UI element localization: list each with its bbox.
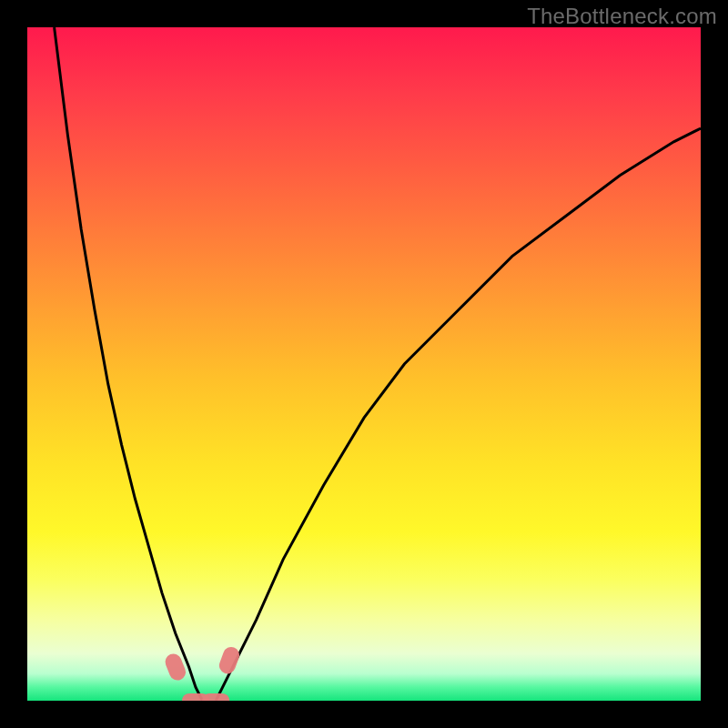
- plot-area: [27, 27, 701, 701]
- curves-layer: [27, 27, 701, 701]
- curve-left-branch: [55, 27, 203, 701]
- curve-right-branch: [216, 128, 701, 701]
- bottom-marker-2: [202, 693, 229, 701]
- watermark-text: TheBottleneck.com: [527, 4, 717, 29]
- markers-group: [163, 644, 242, 701]
- right-dip-marker: [217, 644, 241, 675]
- chart-frame: TheBottleneck.com: [0, 0, 728, 728]
